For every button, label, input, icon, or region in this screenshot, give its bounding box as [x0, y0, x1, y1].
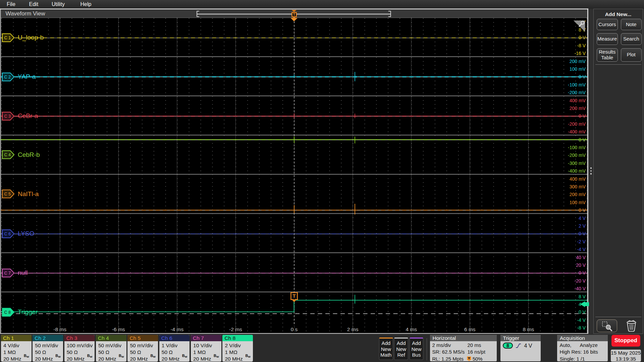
svg-text:C 8: C 8: [4, 310, 11, 315]
svg-text:400 mV: 400 mV: [570, 176, 586, 182]
svg-text:C 1: C 1: [4, 36, 11, 40]
svg-text:-100 mV: -100 mV: [568, 82, 586, 87]
svg-text:LYSO: LYSO: [18, 230, 34, 237]
svg-text:8 V: 8 V: [579, 294, 586, 299]
svg-text:2 ms: 2 ms: [347, 326, 359, 332]
svg-text:-400 mV: -400 mV: [568, 168, 586, 174]
svg-text:200 mV: 200 mV: [570, 192, 586, 197]
svg-text:-2 ms: -2 ms: [229, 326, 242, 332]
svg-text:200 mV: 200 mV: [570, 106, 586, 111]
svg-text:T: T: [293, 12, 296, 16]
svg-text:-300 mV: -300 mV: [568, 161, 586, 166]
svg-text:-4 V: -4 V: [577, 317, 586, 323]
svg-text:-8 V: -8 V: [577, 43, 586, 48]
svg-text:null: null: [18, 269, 28, 276]
svg-text:-4 V: -4 V: [577, 247, 586, 252]
svg-text:Trigger: Trigger: [18, 308, 38, 315]
svg-text:-200 mV: -200 mV: [568, 121, 586, 127]
svg-text:-40 V: -40 V: [575, 286, 586, 291]
svg-text:C 6: C 6: [4, 232, 11, 236]
svg-text:CeBr-a: CeBr-a: [18, 112, 38, 119]
svg-text:-6 ms: -6 ms: [112, 326, 125, 332]
svg-text:2 V: 2 V: [579, 223, 586, 229]
svg-text:U_loop-b: U_loop-b: [18, 34, 44, 41]
svg-text:8 ms: 8 ms: [523, 326, 534, 332]
svg-text:C 5: C 5: [4, 192, 11, 196]
svg-text:100 mV: 100 mV: [570, 66, 586, 72]
svg-text:C 3: C 3: [4, 114, 11, 119]
svg-text:300 mV: 300 mV: [570, 184, 586, 189]
svg-text:40 V: 40 V: [576, 255, 586, 260]
svg-text:-400 mV: -400 mV: [568, 129, 586, 134]
svg-text:0 s: 0 s: [291, 326, 298, 332]
svg-text:-20 V: -20 V: [575, 278, 586, 284]
svg-text:CebR-b: CebR-b: [18, 151, 40, 158]
svg-text:YAP-a: YAP-a: [18, 73, 36, 80]
svg-text:C 2: C 2: [4, 75, 11, 79]
svg-text:-200 mV: -200 mV: [568, 90, 586, 95]
svg-text:C 7: C 7: [4, 271, 11, 276]
svg-text:200 mV: 200 mV: [570, 59, 586, 64]
svg-text:NaITl-a: NaITl-a: [18, 190, 39, 197]
svg-text:4 ms: 4 ms: [406, 326, 417, 332]
svg-text:-16 V: -16 V: [575, 51, 586, 56]
svg-text:Waveform View: Waveform View: [6, 10, 46, 17]
svg-text:-200 mV: -200 mV: [568, 153, 586, 158]
svg-text:-100 mV: -100 mV: [568, 145, 586, 150]
svg-text:4 V: 4 V: [579, 216, 586, 221]
svg-text:-8 ms: -8 ms: [53, 326, 66, 332]
svg-text:20 V: 20 V: [576, 262, 586, 268]
svg-text:100 mV: 100 mV: [570, 200, 586, 205]
svg-text:0 V: 0 V: [579, 309, 586, 315]
svg-text:6 ms: 6 ms: [464, 326, 476, 332]
svg-text:-4 ms: -4 ms: [170, 326, 183, 332]
svg-text:-8 V: -8 V: [577, 325, 586, 330]
svg-text:-2 V: -2 V: [577, 239, 586, 244]
svg-text:C 4: C 4: [4, 153, 11, 157]
svg-text:T: T: [293, 293, 296, 299]
svg-text:400 mV: 400 mV: [570, 98, 586, 103]
